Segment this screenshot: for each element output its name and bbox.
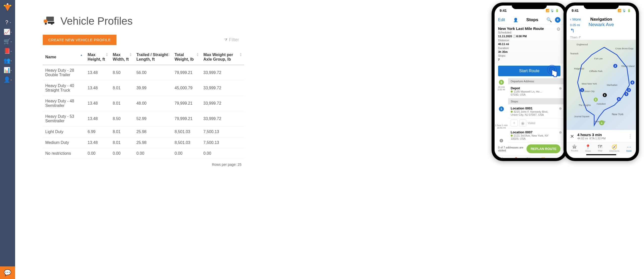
svg-point-1 <box>10 5 11 6</box>
sidebar-growth[interactable]: 📈▸ <box>1 27 14 37</box>
sidebar-user-settings[interactable]: 👤▸ <box>1 75 14 85</box>
filter-box: ⧩ <box>224 37 244 43</box>
stops-icon: 📍 <box>513 157 519 158</box>
route-header: New York Last Mile Route Scheduled:11.11… <box>495 24 564 64</box>
col-length[interactable]: Trailed / Straight Length, ft▲▼ <box>134 50 172 65</box>
tab-stops[interactable]: 📍Stops <box>513 157 519 158</box>
nav-title: Navigation <box>590 17 612 22</box>
sidebar-cart[interactable]: 🛒▸ <box>1 37 14 46</box>
tab-routes[interactable]: 🛣Routes <box>571 144 578 152</box>
table-row[interactable]: Heavy Duty - 48 Semitrailer13.488.0148.0… <box>43 96 244 111</box>
table-row[interactable]: No restrictions0.000.000.000.000.00 <box>43 148 244 159</box>
eta-duration: 4 hours 3 min <box>577 133 625 137</box>
visited-row: + ◉ Visited <box>508 118 564 128</box>
tab-more[interactable]: ⋯More <box>554 157 560 158</box>
sidebar-analytics[interactable]: 📊▸ <box>1 65 14 75</box>
directions-icon: 🧭 <box>537 157 547 158</box>
route-name: New York Last Mile Route <box>498 26 544 31</box>
stop-2-card[interactable]: Location 0007 2121 3rd Ave, New York, NY… <box>508 128 564 142</box>
chat-icon: 💬 <box>4 269 11 276</box>
col-height[interactable]: Max Height, ft▲▼ <box>85 50 110 65</box>
stop-1-card[interactable]: Location 0001 3215 John F. Kennedy Blvd,… <box>508 104 564 118</box>
stop-1-dot: 1 <box>499 106 504 111</box>
gear-icon[interactable]: ⚙ <box>556 26 560 62</box>
search-icon[interactable]: 🔍 <box>546 17 552 23</box>
table-footer: Rows per page: 25 <box>43 159 244 170</box>
hand-cursor-icon <box>546 64 562 80</box>
tab-bar: 🛣Routes 📍Stops 🗺Map 🧭Directions ⋯More <box>567 142 636 154</box>
add-note-icon[interactable]: + <box>511 119 518 127</box>
navigation-map[interactable]: Englewood Teaneck Fort Lee Ridgefield Cl… <box>567 40 636 130</box>
svg-point-5 <box>45 23 47 25</box>
start-route-button[interactable]: Start Route <box>498 66 560 76</box>
sidebar: ？▸ 📈▸ 🛒▸ 📕▸ 👥▸ 📊▸ 👤▸ 💬 <box>0 0 15 279</box>
table-row[interactable]: Heavy Duty - 53 Semitrailer13.488.5052.9… <box>43 111 244 127</box>
nav-bar: Edit 👤 Stops 🔍 + <box>495 16 564 24</box>
table-row[interactable]: Heavy Duty - 40 Straight Truck13.488.013… <box>43 81 244 96</box>
replan-route-button[interactable]: REPLAN ROUTE <box>527 144 560 153</box>
help-icon: ？ <box>4 19 10 26</box>
table-row[interactable]: Medium Duty13.488.0125.988,501.037,500.1… <box>43 137 244 148</box>
tab-map[interactable]: 🗺Map <box>598 144 602 152</box>
sidebar-help[interactable]: ？▸ <box>1 18 14 27</box>
turn-left-icon: ↰ <box>570 27 575 34</box>
filter-icon: ⧩ <box>224 38 227 42</box>
vehicle-profiles-icon <box>43 16 56 26</box>
team-icon: 👥 <box>4 57 10 64</box>
tab-more[interactable]: ⋯More <box>626 144 632 152</box>
turn-right-icon: ↱ <box>578 35 581 39</box>
sort-asc-icon: ▲ <box>80 54 83 56</box>
tab-map[interactable]: 🗺Map <box>526 157 530 158</box>
wheel-icon[interactable]: ⊕ <box>559 86 562 90</box>
edit-button[interactable]: Edit <box>498 18 505 22</box>
chat-button[interactable]: 💬 <box>0 266 15 279</box>
stops-header: Stops: <box>508 98 564 104</box>
page-title: Vehicle Profiles <box>60 15 133 27</box>
col-width[interactable]: Max Width, ft▲▼ <box>110 50 134 65</box>
table-row[interactable]: Light Duty6.998.0125.988,501.037,500.13 <box>43 127 244 137</box>
app-logo[interactable] <box>3 3 13 13</box>
col-axle-weight[interactable]: Max Weight per Axle Group, lb▲▼ <box>201 50 244 65</box>
wheel-icon[interactable]: ⊕ <box>559 106 562 110</box>
cart-icon: 🛒 <box>4 38 10 45</box>
tab-routes[interactable]: 🛣Routes <box>499 157 506 158</box>
add-button[interactable]: + <box>555 17 560 23</box>
map-icon: 🗺 <box>526 157 530 158</box>
user-gear-icon: 👤 <box>4 76 10 83</box>
battery-icon: 🔋 <box>555 9 559 12</box>
sidebar-book[interactable]: 📕▸ <box>1 46 14 56</box>
close-icon[interactable]: ✕ <box>570 133 574 139</box>
eta-bar: ✕ 4 hours 3 min 44.02 mi ETA 1:32 PM ⋮ <box>567 130 636 142</box>
svg-rect-7 <box>48 22 54 24</box>
svg-point-2 <box>4 5 5 6</box>
more-icon[interactable]: ⋮ <box>628 134 632 139</box>
fingerprint-icon[interactable]: ◉ <box>519 119 526 127</box>
book-icon: 📕 <box>4 48 10 54</box>
phone-navigation: 9:41 📶📡🔋 ‹ More Navigation 0.05 mi Newar… <box>564 3 639 161</box>
sidebar-team[interactable]: 👥▸ <box>1 56 14 65</box>
nav-title: Stops <box>526 17 538 22</box>
tab-directions[interactable]: 🧭Directions <box>537 157 547 158</box>
growth-icon: 📈 <box>4 29 10 35</box>
col-name[interactable]: Name▲ <box>43 50 85 65</box>
svg-rect-3 <box>46 17 54 21</box>
depot-card[interactable]: Depot 1185 Maxwell Ln, Ho…07030, USA ⊕ <box>508 84 564 98</box>
create-vehicle-profile-button[interactable]: CREATE NEW VEHICLE PROFILE <box>43 35 116 45</box>
back-more[interactable]: ‹ More <box>570 17 581 21</box>
visit-progress: 0 of 7 addresses are visited <box>498 146 526 152</box>
wifi-icon: 📡 <box>550 9 554 12</box>
signal-icon: 📶 <box>546 9 549 12</box>
tab-stops[interactable]: 📍Stops <box>585 144 591 152</box>
start-dot: S <box>499 80 504 85</box>
more-icon: ⋯ <box>554 157 560 158</box>
tab-directions[interactable]: 🧭Directions <box>609 144 619 152</box>
svg-point-0 <box>7 3 8 5</box>
col-total-weight[interactable]: Total Weight, lb▲▼ <box>172 50 201 65</box>
filter-input[interactable] <box>229 37 244 43</box>
rows-per-page-select[interactable]: 25 <box>237 163 242 167</box>
phone-mockups: 9:41 📶📡🔋 Edit 👤 Stops 🔍 + New York Last … <box>492 3 639 161</box>
driver-icon[interactable]: 👤 <box>513 18 518 22</box>
table-row[interactable]: Heavy Duty - 28 Double Trailer13.488.505… <box>43 65 244 81</box>
wheel-icon[interactable]: ⊕ <box>559 130 562 134</box>
tab-bar: 🛣Routes 📍Stops 🗺Map 🧭Directions ⋯More <box>495 155 564 158</box>
